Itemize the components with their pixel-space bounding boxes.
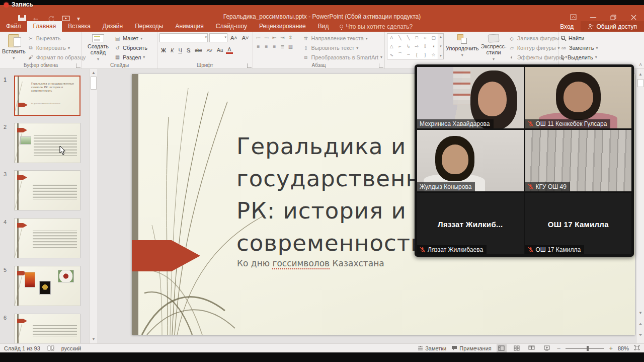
tab-insert[interactable]: Вставка [62, 21, 97, 32]
scrollbar-thumb[interactable] [91, 77, 97, 90]
ribbon-display-options-icon[interactable] [567, 12, 580, 22]
comments-button[interactable]: Примечания [451, 345, 492, 351]
minimize-button[interactable]: — [587, 12, 600, 22]
slide-thumbnail-4[interactable] [14, 218, 80, 258]
zoom-in-button[interactable]: + [609, 344, 613, 352]
new-slide-button[interactable]: Создать слайд▾ [84, 33, 112, 61]
sign-in-button[interactable]: Вход [553, 23, 581, 30]
group-slides: Создать слайд▾ ▤Макет▾ ↺Сбросить ▦Раздел… [82, 32, 157, 68]
copy-button[interactable]: ⧉Копировать▾ [28, 44, 86, 52]
decrease-indent-icon[interactable]: ⇤ [271, 34, 278, 40]
tab-file[interactable]: Файл [0, 21, 27, 32]
character-spacing-button[interactable]: AV [205, 48, 214, 53]
find-button[interactable]: Найти [560, 34, 598, 43]
video-tile-5[interactable]: Ляззат Жилкиб... Ляззат Жилкибаева [417, 193, 524, 254]
share-button[interactable]: Общий доступ [581, 21, 644, 32]
reset-button[interactable]: ↺Сбросить [114, 44, 147, 52]
scroll-down-icon[interactable]: ▼ [90, 336, 97, 342]
video-tile-2[interactable]: ОШ 11 Кенжебек Гүлсара [525, 67, 632, 128]
font-size-combo[interactable] [209, 33, 227, 42]
slide-thumbnail-5[interactable] [14, 266, 80, 306]
clipboard-dialog-launcher[interactable] [76, 63, 80, 68]
zoom-level[interactable]: 88% [618, 345, 629, 351]
slide-thumbnail-3[interactable] [14, 170, 80, 210]
tab-slideshow[interactable]: Слайд-шоу [210, 21, 253, 32]
video-tile-1[interactable]: Мехриниса Хавайдарова [417, 67, 524, 128]
columns-icon[interactable]: ▥ [287, 43, 294, 49]
shapes-gallery[interactable]: A╲╲□○▢ △⌐↳⇨⇩◖ ∿⌒～{}☆ [387, 33, 438, 59]
font-name-combo[interactable] [159, 33, 208, 42]
increase-indent-icon[interactable]: ⇥ [279, 34, 286, 40]
align-center-icon[interactable]: ≡ [263, 43, 270, 49]
shrink-font-icon[interactable]: А˅ [240, 35, 251, 41]
video-tile-4[interactable]: КГУ ОШ 49 [525, 130, 632, 191]
notes-button[interactable]: Заметки [418, 345, 446, 351]
replace-button[interactable]: abЗаменить▾ [560, 44, 598, 52]
line-spacing-icon[interactable]: ⇕ [287, 34, 294, 40]
slide-subtitle[interactable]: Ко дню госсимволов Казахстана [237, 258, 384, 268]
text-direction-button[interactable]: ⇈Направление текста▾ [303, 34, 382, 43]
section-button[interactable]: ▦Раздел▾ [114, 53, 147, 61]
paste-button[interactable]: Вставить▾ [2, 33, 26, 61]
slide-thumbnail-1[interactable]: Геральдика и государственные символы РК:… [14, 76, 80, 116]
slide-thumbnail-2[interactable] [14, 123, 80, 163]
quick-styles-button[interactable]: Экспресс-стили▾ [480, 33, 506, 61]
paragraph-dialog-launcher[interactable] [379, 63, 383, 68]
spellcheck-icon[interactable] [47, 345, 54, 351]
arrange-button[interactable]: Упорядочить▾ [446, 33, 478, 61]
group-editing: Найти abЗаменить▾ Выделить▾ [558, 32, 624, 68]
slideshow-view-button[interactable] [542, 344, 552, 352]
bullets-icon[interactable]: ≔ [255, 34, 262, 40]
format-painter-button[interactable]: 🖌Формат по образцу [28, 53, 86, 61]
zoom-slider-handle[interactable] [587, 346, 589, 351]
slide-thumbnail-6[interactable] [14, 314, 80, 343]
close-button[interactable] [627, 12, 640, 22]
layout-button[interactable]: ▤Макет▾ [114, 34, 147, 43]
collapse-ribbon-icon[interactable]: ˄ [639, 62, 642, 67]
tab-design[interactable]: Дизайн [97, 21, 129, 32]
zoom-out-button[interactable]: − [557, 344, 561, 352]
slide-scrollbar[interactable]: ▲ ▼ ⏶ ⏷ [636, 69, 644, 343]
font-dialog-launcher[interactable] [247, 63, 252, 68]
scroll-up-icon[interactable]: ▲ [90, 69, 97, 76]
strikethrough-button[interactable]: abc [193, 48, 204, 53]
tab-review[interactable]: Рецензирование [253, 21, 312, 32]
tab-home[interactable]: Главная [27, 21, 62, 32]
select-button[interactable]: Выделить▾ [560, 53, 598, 61]
tell-me-box[interactable]: Что вы хотите сделать? [335, 21, 418, 32]
slide-sorter-view-button[interactable] [512, 344, 522, 352]
video-tile-3[interactable]: Жулдыз Конырова [417, 130, 524, 191]
smartart-button[interactable]: ⧈Преобразовать в SmartArt▾ [303, 53, 382, 61]
video-tile-6[interactable]: ОШ 17 Камилла ОШ 17 Камилла [525, 193, 632, 254]
align-left-icon[interactable]: ≡ [255, 43, 262, 49]
font-color-button[interactable]: А [226, 46, 232, 54]
grow-font-icon[interactable]: А˄ [229, 35, 239, 41]
bold-button[interactable]: Ж [159, 47, 168, 53]
cut-button[interactable]: ✂Вырезать [28, 34, 86, 43]
italic-button[interactable]: К [169, 47, 175, 53]
align-right-icon[interactable]: ≡ [271, 43, 278, 49]
shapes-gallery-scroll[interactable]: ▴▾▾ [438, 33, 444, 59]
normal-view-button[interactable] [497, 344, 507, 352]
tab-transitions[interactable]: Переходы [129, 21, 169, 32]
tab-animations[interactable]: Анимация [169, 21, 209, 32]
scrollbar-thumb[interactable] [637, 79, 643, 87]
zoom-slider[interactable] [566, 348, 604, 349]
next-slide-icon[interactable]: ⏷ [637, 332, 644, 338]
fit-to-window-button[interactable] [634, 345, 640, 351]
recording-indicator[interactable]: Запись [4, 1, 33, 8]
tab-view[interactable]: Вид [312, 21, 335, 32]
underline-button[interactable]: Ч [177, 47, 183, 53]
text-shadow-button[interactable]: S [185, 47, 192, 53]
change-case-button[interactable]: Aa [215, 47, 224, 53]
align-text-button[interactable]: ⇳Выровнять текст▾ [303, 44, 382, 52]
justify-icon[interactable]: ≣ [279, 43, 286, 49]
language-indicator[interactable]: русский [61, 345, 81, 351]
numbering-icon[interactable]: ≕ [263, 34, 270, 40]
previous-slide-icon[interactable]: ⏶ [637, 321, 644, 327]
restore-button[interactable] [607, 12, 620, 22]
reading-view-button[interactable] [527, 344, 537, 352]
thumbnail-scrollbar[interactable]: ▲ ▼ [89, 69, 97, 343]
scroll-up-icon[interactable]: ▲ [637, 71, 644, 78]
scroll-down-icon[interactable]: ▼ [637, 310, 644, 316]
